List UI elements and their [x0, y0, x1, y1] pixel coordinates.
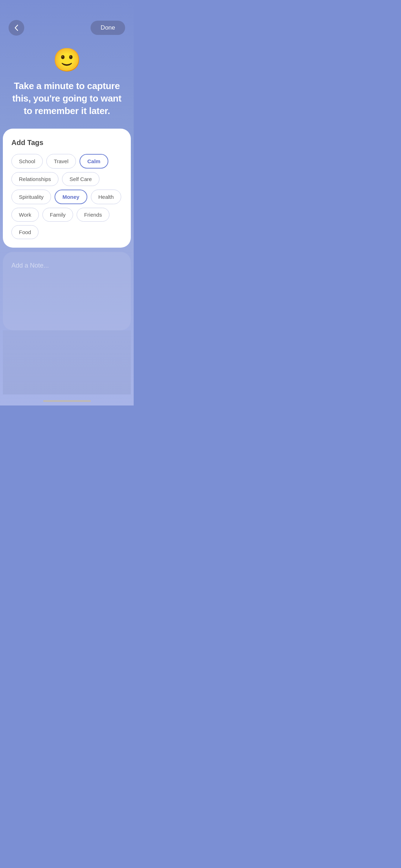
tag-family[interactable]: Family — [42, 208, 73, 222]
tags-container: School Travel Calm Relationships Self Ca… — [11, 154, 122, 239]
screen: Done 🙂 Take a minute to capture this, yo… — [0, 0, 134, 405]
back-button[interactable] — [9, 20, 24, 36]
mood-emoji: 🙂 — [53, 48, 81, 71]
tag-friends[interactable]: Friends — [77, 208, 109, 222]
tag-travel[interactable]: Travel — [46, 154, 76, 169]
tag-health[interactable]: Health — [91, 190, 121, 204]
add-tags-label: Add Tags — [11, 139, 122, 147]
tag-money[interactable]: Money — [55, 190, 87, 204]
note-input[interactable] — [11, 262, 122, 319]
home-indicator — [0, 394, 134, 405]
tag-school[interactable]: School — [11, 154, 43, 169]
main-text: Take a minute to capture this, you're go… — [0, 71, 134, 117]
tag-spirituality[interactable]: Spirituality — [11, 190, 51, 204]
tag-self-care[interactable]: Self Care — [62, 172, 99, 186]
tag-calm[interactable]: Calm — [79, 154, 108, 169]
tag-work[interactable]: Work — [11, 208, 39, 222]
tag-food[interactable]: Food — [11, 225, 38, 239]
tag-relationships[interactable]: Relationships — [11, 172, 58, 186]
header: Done — [0, 0, 134, 41]
home-bar — [43, 400, 91, 402]
tags-card: Add Tags School Travel Calm Relationship… — [3, 129, 131, 248]
done-button[interactable]: Done — [91, 21, 125, 35]
note-area[interactable] — [3, 252, 131, 330]
